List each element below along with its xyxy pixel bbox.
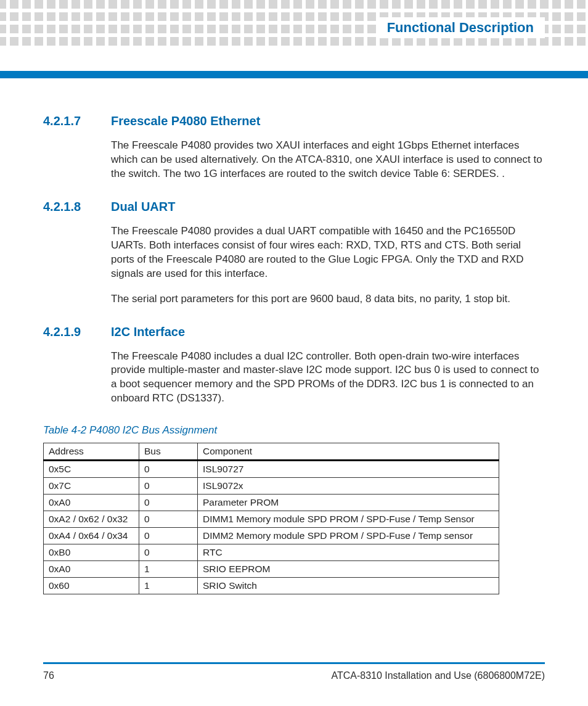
table-cell: 0x5C <box>44 461 139 478</box>
header-dot-pattern: Functional Description <box>0 0 588 55</box>
table-header-cell: Address <box>44 443 139 461</box>
paragraph: The Freescale P4080 includes a dual I2C … <box>111 350 545 406</box>
table-cell: 0x7C <box>44 478 139 495</box>
table-cell: Parameter PROM <box>198 495 499 511</box>
table-cell: 0xB0 <box>44 544 139 561</box>
table-row: 0x601SRIO Switch <box>44 578 499 594</box>
table-cell: 0 <box>139 528 198 544</box>
table-cell: 1 <box>139 578 198 594</box>
table-row: 0xA4 / 0x64 / 0x340DIMM2 Memory module S… <box>44 528 499 544</box>
page-footer: 76 ATCA-8310 Installation and Use (68068… <box>43 662 545 681</box>
section-heading: 4.2.1.9 I2C Interface <box>43 325 545 339</box>
table-header-cell: Bus <box>139 443 198 461</box>
table-cell: ISL9072x <box>198 478 499 495</box>
page-content: 4.2.1.7 Freescale P4080 Ethernet The Fre… <box>43 114 545 594</box>
page-section-title: Functional Description <box>387 20 534 35</box>
table-row: 0xA01SRIO EEPROM <box>44 561 499 578</box>
section-title: Freescale P4080 Ethernet <box>111 114 545 128</box>
table-cell: 0xA4 / 0x64 / 0x34 <box>44 528 139 544</box>
table-row: 0xA2 / 0x62 / 0x320DIMM1 Memory module S… <box>44 511 499 528</box>
table-cell: 0 <box>139 478 198 495</box>
footer-divider <box>43 662 545 664</box>
section-title: I2C Interface <box>111 325 545 339</box>
section-heading: 4.2.1.8 Dual UART <box>43 200 545 214</box>
table-cell: 0 <box>139 461 198 478</box>
section-heading: 4.2.1.7 Freescale P4080 Ethernet <box>43 114 545 128</box>
section-number: 4.2.1.9 <box>43 325 111 339</box>
table-cell: 0 <box>139 511 198 528</box>
table-cell: 0 <box>139 544 198 561</box>
section-title: Dual UART <box>111 200 545 214</box>
table-cell: 0xA0 <box>44 495 139 511</box>
table-cell: 0xA0 <box>44 561 139 578</box>
table-cell: 0xA2 / 0x62 / 0x32 <box>44 511 139 528</box>
section-number: 4.2.1.7 <box>43 114 111 128</box>
table-cell: SRIO Switch <box>198 578 499 594</box>
document-title: ATCA-8310 Installation and Use (6806800M… <box>331 670 545 681</box>
table-row: 0xA00Parameter PROM <box>44 495 499 511</box>
table-cell: 0x60 <box>44 578 139 594</box>
table-row: 0x7C0ISL9072x <box>44 478 499 495</box>
section-number: 4.2.1.8 <box>43 200 111 214</box>
table-header-row: Address Bus Component <box>44 443 499 461</box>
table-cell: DIMM2 Memory module SPD PROM / SPD-Fuse … <box>198 528 499 544</box>
table-cell: RTC <box>198 544 499 561</box>
table-cell: 1 <box>139 561 198 578</box>
paragraph: The Freescale P4080 provides two XAUI in… <box>111 139 545 181</box>
table-row: 0xB00RTC <box>44 544 499 561</box>
table-cell: SRIO EEPROM <box>198 561 499 578</box>
i2c-bus-table: Address Bus Component 0x5C0ISL907270x7C0… <box>43 443 499 594</box>
table-cell: ISL90727 <box>198 461 499 478</box>
paragraph: The Freescale P4080 provides a dual UART… <box>111 224 545 281</box>
paragraph: The serial port parameters for this port… <box>111 292 545 306</box>
table-header-cell: Component <box>198 443 499 461</box>
table-row: 0x5C0ISL90727 <box>44 461 499 478</box>
table-caption: Table 4-2 P4080 I2C Bus Assignment <box>43 424 545 437</box>
page-number: 76 <box>43 670 54 681</box>
table-cell: DIMM1 Memory module SPD PROM / SPD-Fuse … <box>198 511 499 528</box>
header-title-container: Functional Description <box>376 17 545 38</box>
table-cell: 0 <box>139 495 198 511</box>
header-divider-bar <box>0 71 588 78</box>
